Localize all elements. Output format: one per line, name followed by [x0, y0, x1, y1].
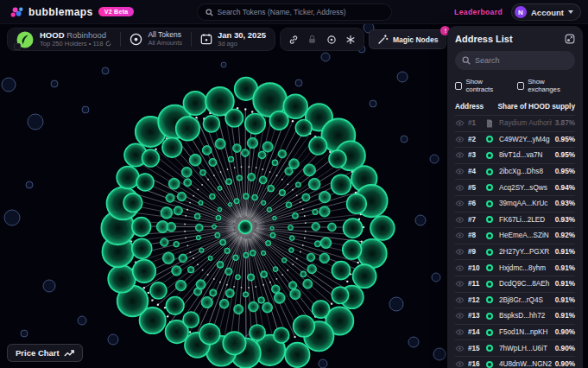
- address-search-input[interactable]: [475, 56, 568, 65]
- holder-bubble[interactable]: [248, 274, 255, 281]
- show-contracts-checkbox[interactable]: Show contracts: [455, 78, 509, 93]
- address-label[interactable]: Acq2SY...sQws: [499, 184, 552, 192]
- holder-bubble[interactable]: [319, 206, 330, 217]
- holder-bubble[interactable]: [174, 206, 182, 215]
- holder-bubble[interactable]: [166, 194, 174, 202]
- holder-bubble[interactable]: [270, 232, 275, 238]
- lock-icon[interactable]: [306, 33, 319, 47]
- address-label[interactable]: 2ibcXg...Dhs8: [499, 168, 552, 175]
- holder-bubble[interactable]: [332, 261, 350, 279]
- date-selector[interactable]: Jan 30, 2025 3d ago: [200, 31, 266, 48]
- holder-bubble[interactable]: [252, 194, 258, 200]
- address-label[interactable]: HeEmeA...SZiN: [499, 232, 552, 239]
- holder-bubble[interactable]: [307, 264, 316, 273]
- holder-bubble[interactable]: [215, 232, 220, 238]
- holder-bubble[interactable]: [343, 219, 362, 238]
- holder-bubble[interactable]: [272, 160, 278, 166]
- holder-bubble[interactable]: [183, 312, 199, 327]
- holder-bubble[interactable]: [247, 137, 257, 148]
- table-row[interactable]: #5Acq2SY...sQws0.94%: [455, 179, 575, 195]
- holder-bubble[interactable]: [199, 248, 204, 252]
- holder-bubble[interactable]: [117, 167, 139, 189]
- token-search-bar[interactable]: [197, 3, 392, 21]
- holder-bubble[interactable]: [245, 113, 266, 134]
- holder-bubble[interactable]: [179, 254, 187, 263]
- holder-bubble[interactable]: [293, 315, 314, 337]
- holder-bubble[interactable]: [259, 176, 267, 184]
- holder-bubble[interactable]: [168, 178, 180, 189]
- holder-bubble[interactable]: [183, 92, 207, 116]
- holder-bubble[interactable]: [199, 200, 203, 205]
- holder-bubble[interactable]: [300, 271, 307, 277]
- holder-bubble[interactable]: [218, 207, 222, 212]
- address-label[interactable]: 4U8dnW...NGN2: [499, 360, 552, 368]
- eye-icon[interactable]: [455, 232, 465, 239]
- address-label[interactable]: Raydium Authority V4: [499, 119, 552, 127]
- holder-bubble[interactable]: [266, 241, 271, 246]
- holder-bubble[interactable]: [370, 216, 395, 240]
- magic-nodes-button[interactable]: Magic Nodes !: [369, 29, 446, 49]
- table-row[interactable]: #14F5od1N...npKH0.90%: [455, 324, 575, 340]
- eye-icon[interactable]: [455, 184, 465, 192]
- holder-bubble[interactable]: [196, 280, 205, 289]
- address-label[interactable]: DcdQ9C...8AEh: [499, 280, 552, 288]
- holder-bubble[interactable]: [289, 282, 297, 289]
- table-row[interactable]: #13BspksD...hh720.91%: [455, 308, 575, 324]
- holder-bubble[interactable]: [268, 185, 275, 192]
- holder-bubble[interactable]: [219, 299, 229, 308]
- holder-bubble[interactable]: [209, 158, 217, 166]
- holder-bubble[interactable]: [123, 194, 142, 213]
- holder-bubble[interactable]: [132, 238, 152, 258]
- holder-bubble[interactable]: [262, 302, 273, 313]
- holder-bubble[interactable]: [343, 240, 362, 259]
- holder-bubble[interactable]: [269, 111, 288, 130]
- address-label[interactable]: F5od1N...npKH: [499, 328, 552, 336]
- holder-bubble[interactable]: [166, 296, 184, 314]
- holder-bubble[interactable]: [248, 174, 256, 181]
- token-selector[interactable]: HOOD Robinhood Top 250 Holders • 118: [16, 31, 111, 48]
- holder-bubble[interactable]: [278, 149, 286, 157]
- address-label[interactable]: FK67Li...2LED: [499, 216, 552, 224]
- address-label[interactable]: 7hWpLH...U6iT: [499, 345, 552, 352]
- holder-bubble[interactable]: [313, 209, 318, 214]
- holder-bubble[interactable]: [196, 236, 200, 240]
- holder-bubble[interactable]: [167, 222, 176, 232]
- holder-bubble[interactable]: [236, 275, 241, 280]
- holder-bubble[interactable]: [216, 215, 221, 220]
- holder-bubble[interactable]: [233, 255, 239, 261]
- holder-bubble[interactable]: [217, 261, 224, 268]
- holder-bubble[interactable]: [332, 287, 349, 304]
- holder-bubble[interactable]: [281, 258, 287, 263]
- holder-bubble[interactable]: [329, 150, 346, 168]
- eye-icon[interactable]: [455, 200, 465, 207]
- holder-bubble[interactable]: [243, 292, 248, 297]
- address-label[interactable]: 2H27yY...PGXR: [499, 248, 552, 256]
- holder-bubble[interactable]: [177, 192, 186, 200]
- holder-bubble[interactable]: [237, 175, 242, 181]
- holder-bubble[interactable]: [292, 213, 298, 219]
- holder-bubble[interactable]: [162, 137, 182, 157]
- holder-bubble[interactable]: [288, 225, 294, 230]
- show-exchanges-checkbox[interactable]: Show exchanges: [517, 78, 575, 93]
- holder-bubble[interactable]: [176, 117, 200, 141]
- holder-bubble[interactable]: [312, 223, 319, 231]
- holder-bubble[interactable]: [218, 186, 222, 190]
- holder-bubble[interactable]: [210, 289, 217, 296]
- holder-bubble[interactable]: [279, 189, 285, 195]
- refresh-icon[interactable]: [105, 41, 111, 47]
- table-row[interactable]: #164U8dnW...NGN20.90%: [455, 356, 575, 368]
- cluster-settings-icon[interactable]: [344, 33, 357, 47]
- brand-logo[interactable]: bubblemaps V2 Beta: [10, 6, 134, 18]
- holder-bubble[interactable]: [289, 248, 294, 253]
- holder-bubble[interactable]: [261, 251, 265, 255]
- holder-bubble[interactable]: [290, 289, 300, 299]
- holder-bubble[interactable]: [261, 271, 268, 278]
- holder-bubble[interactable]: [243, 252, 249, 257]
- holder-bubble[interactable]: [208, 256, 212, 260]
- holder-bubble[interactable]: [220, 239, 226, 245]
- holder-bubble[interactable]: [273, 216, 277, 220]
- holder-bubble[interactable]: [225, 289, 234, 297]
- eye-icon[interactable]: [455, 360, 465, 368]
- holder-bubble[interactable]: [228, 156, 234, 162]
- token-filter-button[interactable]: All Tokens All Amounts: [130, 31, 182, 47]
